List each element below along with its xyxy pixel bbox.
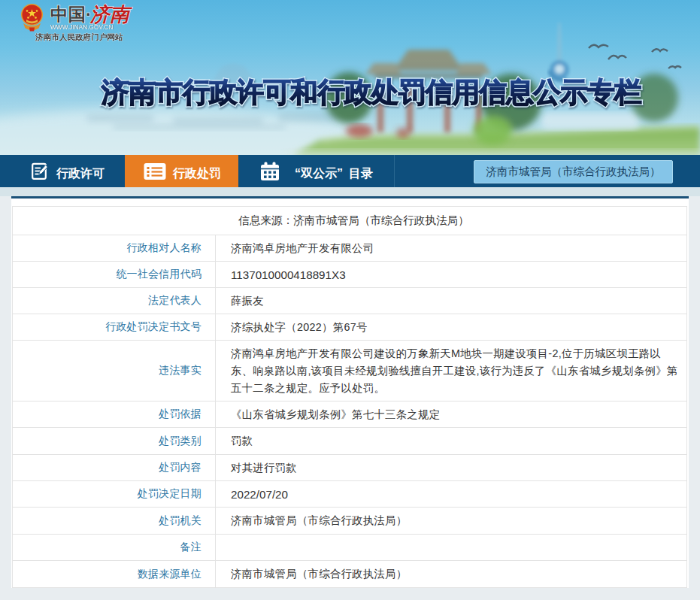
svg-text:济南市行政许可和行政处罚信用信息公示专栏: 济南市行政许可和行政处罚信用信息公示专栏 — [101, 77, 641, 108]
svg-text:中国·: 中国· — [50, 5, 92, 24]
svg-text:济南市人民政府门户网站: 济南市人民政府门户网站 — [35, 32, 123, 41]
svg-text:WWW.JINAN.GOV.CN: WWW.JINAN.GOV.CN — [50, 23, 114, 31]
